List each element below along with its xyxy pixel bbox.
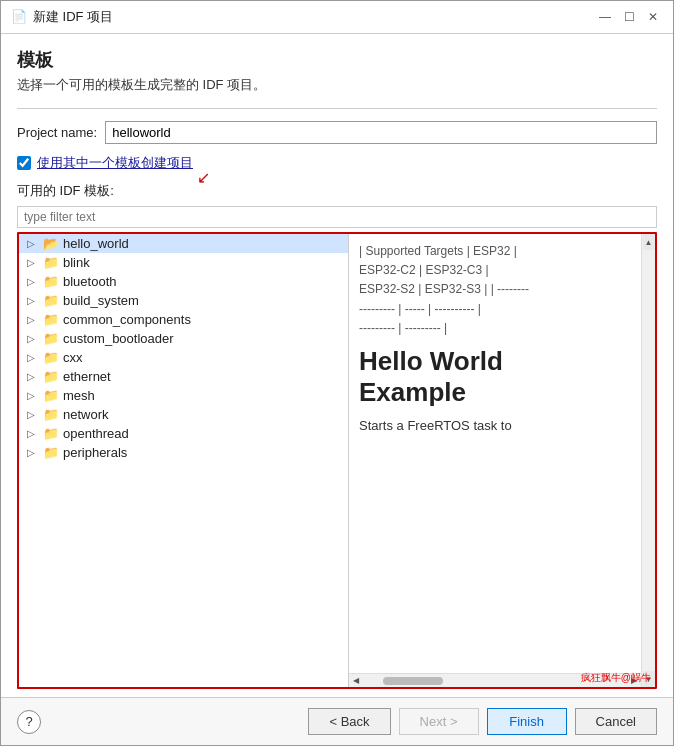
tree-item-label: build_system [63,293,139,308]
tree-item-mesh[interactable]: ▷ 📁 mesh [19,386,348,405]
divider [17,108,657,109]
tree-item-label: cxx [63,350,83,365]
supported-line3: ESP32-S2 | ESP32-S3 | | -------- [359,282,529,296]
expand-icon: ▷ [27,409,41,420]
expand-icon: ▷ [27,314,41,325]
supported-line5: --------- | --------- | [359,321,447,335]
tree-item-label: bluetooth [63,274,117,289]
main-panels: ▷ 📂 hello_world ▷ 📁 blink ▷ 📁 bluetooth … [17,232,657,689]
folder-icon: 📁 [43,274,59,289]
use-template-label[interactable]: 使用其中一个模板创建项目 [37,154,193,172]
tree-item-label: ethernet [63,369,111,384]
title-bar: 📄 新建 IDF 项目 — ☐ ✕ [1,1,673,34]
folder-icon: 📂 [43,236,59,251]
filter-input[interactable] [17,206,657,228]
expand-icon: ▷ [27,352,41,363]
tree-item-label: peripherals [63,445,127,460]
folder-icon: 📁 [43,350,59,365]
button-bar: ? < Back Next > Finish Cancel [1,697,673,745]
tree-item-ethernet[interactable]: ▷ 📁 ethernet [19,367,348,386]
supported-line2: ESP32-C2 | ESP32-C3 | [359,263,489,277]
project-name-row: Project name: [17,121,657,144]
section-title: 模板 [17,48,657,72]
tree-item-common_components[interactable]: ▷ 📁 common_components [19,310,348,329]
folder-icon: 📁 [43,369,59,384]
tree-item-cxx[interactable]: ▷ 📁 cxx [19,348,348,367]
next-button[interactable]: Next > [399,708,479,735]
window-title: 新建 IDF 项目 [33,8,113,26]
preview-subtitle: Starts a FreeRTOS task to [359,416,645,436]
watermark: 疯狂飘牛@蜗牛 [581,671,651,685]
help-button[interactable]: ? [17,710,41,734]
window-icon: 📄 [11,9,27,25]
expand-icon: ▷ [27,371,41,382]
expand-icon: ▷ [27,428,41,439]
tree-item-label: hello_world [63,236,129,251]
tree-item-network[interactable]: ▷ 📁 network [19,405,348,424]
project-name-input[interactable] [105,121,657,144]
supported-line4: --------- | ----- | ---------- | [359,302,481,316]
use-template-checkbox[interactable] [17,156,31,170]
expand-icon: ▷ [27,238,41,249]
tree-item-blink[interactable]: ▷ 📁 blink [19,253,348,272]
title-bar-left: 📄 新建 IDF 项目 [11,8,113,26]
scroll-left-arrow[interactable]: ◀ [349,674,363,688]
expand-icon: ▷ [27,276,41,287]
content-area: 模板 选择一个可用的模板生成完整的 IDF 项目。 Project name: … [1,34,673,697]
title-controls: — ☐ ✕ [595,7,663,27]
folder-icon: 📁 [43,388,59,403]
maximize-button[interactable]: ☐ [619,7,639,27]
tree-item-openthread[interactable]: ▷ 📁 openthread [19,424,348,443]
close-button[interactable]: ✕ [643,7,663,27]
preview-title-line2: Example [359,377,466,407]
tree-item-label: custom_bootloader [63,331,174,346]
tree-item-bluetooth[interactable]: ▷ 📁 bluetooth [19,272,348,291]
folder-icon: 📁 [43,293,59,308]
finish-button[interactable]: Finish [487,708,567,735]
folder-icon: 📁 [43,255,59,270]
tree-item-build_system[interactable]: ▷ 📁 build_system [19,291,348,310]
tree-item-label: openthread [63,426,129,441]
folder-icon: 📁 [43,445,59,460]
expand-icon: ▷ [27,257,41,268]
preview-panel: | Supported Targets | ESP32 | ESP32-C2 |… [349,234,655,687]
folder-icon: 📁 [43,331,59,346]
section-desc: 选择一个可用的模板生成完整的 IDF 项目。 [17,76,657,94]
folder-icon: 📁 [43,407,59,422]
tree-item-label: network [63,407,109,422]
preview-scrollbar: ▲ ▼ [641,234,655,687]
minimize-button[interactable]: — [595,7,615,27]
folder-icon: 📁 [43,312,59,327]
scroll-up-arrow[interactable]: ▲ [643,234,655,250]
supported-line1: | Supported Targets | ESP32 | [359,244,517,258]
available-label: 可用的 IDF 模板: [17,182,657,200]
preview-title-line1: Hello World [359,346,503,376]
project-name-label: Project name: [17,125,97,140]
tree-item-label: blink [63,255,90,270]
folder-icon: 📁 [43,426,59,441]
preview-scroll[interactable]: | Supported Targets | ESP32 | ESP32-C2 |… [349,234,655,687]
tree-panel: ▷ 📂 hello_world ▷ 📁 blink ▷ 📁 bluetooth … [19,234,349,687]
scroll-h-thumb [383,677,443,685]
preview-supported: | Supported Targets | ESP32 | ESP32-C2 |… [359,242,645,338]
expand-icon: ▷ [27,295,41,306]
main-window: 📄 新建 IDF 项目 — ☐ ✕ 模板 选择一个可用的模板生成完整的 IDF … [0,0,674,746]
tree-item-label: common_components [63,312,191,327]
tree-item-custom_bootloader[interactable]: ▷ 📁 custom_bootloader [19,329,348,348]
tree-item-hello_world[interactable]: ▷ 📂 hello_world [19,234,348,253]
annotation-arrow: ↙ [197,168,210,187]
tree-item-label: mesh [63,388,95,403]
back-button[interactable]: < Back [308,708,390,735]
preview-content: | Supported Targets | ESP32 | ESP32-C2 |… [359,242,645,436]
expand-icon: ▷ [27,333,41,344]
checkbox-row: 使用其中一个模板创建项目 ↙ [17,154,657,172]
nav-buttons: < Back Next > Finish Cancel [308,708,657,735]
preview-title: Hello World Example [359,346,645,408]
expand-icon: ▷ [27,390,41,401]
tree-item-peripherals[interactable]: ▷ 📁 peripherals [19,443,348,462]
cancel-button[interactable]: Cancel [575,708,657,735]
expand-icon: ▷ [27,447,41,458]
